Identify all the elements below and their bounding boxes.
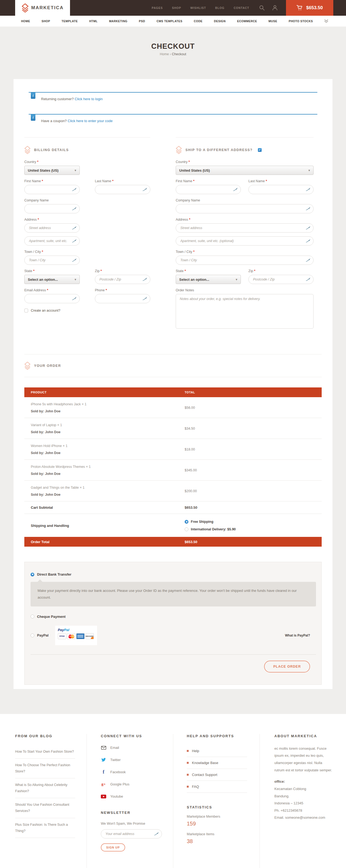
info-icon: i bbox=[31, 93, 35, 99]
billing-zip-label: Zip * bbox=[95, 269, 150, 273]
free-shipping-radio[interactable] bbox=[185, 520, 188, 524]
order-total-value: $653.50 bbox=[185, 540, 322, 544]
select-arrow-icon: ▼ bbox=[74, 169, 77, 172]
shipping-zip-label: Zip * bbox=[248, 269, 314, 273]
billing-country-select[interactable]: United States (US)▼ bbox=[24, 166, 80, 175]
menu-marketing[interactable]: MARKETING bbox=[109, 20, 127, 23]
office-address-line: Bandung. bbox=[274, 793, 333, 800]
cheque-payment-radio[interactable] bbox=[31, 615, 34, 618]
shipping-zip-input[interactable] bbox=[248, 275, 314, 284]
place-order-button[interactable]: PLACE ORDER bbox=[264, 661, 310, 673]
top-nav-contact[interactable]: CONTACT bbox=[234, 6, 249, 9]
menu-template[interactable]: TEMPLATE bbox=[62, 20, 78, 23]
search-icon[interactable] bbox=[259, 5, 265, 11]
create-account-checkbox[interactable] bbox=[24, 309, 28, 312]
breadcrumb-separator: › bbox=[170, 52, 171, 56]
blog-post-link[interactable]: How To Choose The Perfect Fashion Store? bbox=[15, 758, 75, 778]
section-marker-icon bbox=[176, 146, 182, 154]
login-link[interactable]: Click here to login bbox=[75, 97, 102, 101]
shipping-state-select[interactable]: Select an option...▼ bbox=[176, 275, 241, 284]
twitter-link[interactable]: Twitter bbox=[101, 757, 162, 763]
facebook-link[interactable]: f Facebook bbox=[101, 770, 162, 775]
statistics-section: STATISTICS Marketplace Members 159 Marke… bbox=[187, 805, 247, 844]
menu-muse[interactable]: MUSE bbox=[269, 20, 277, 23]
blog-post-link[interactable]: What is So Alluring About Celebrity Fash… bbox=[15, 778, 75, 798]
menu-cms-templates[interactable]: CMS TEMPLATES bbox=[157, 20, 182, 23]
knowledge-base-link[interactable]: Knowladge Base bbox=[187, 757, 247, 769]
your-order-title: YOUR ORDER bbox=[34, 364, 61, 368]
cart-button[interactable]: $653.50 bbox=[286, 0, 333, 16]
shipping-company-input[interactable] bbox=[176, 204, 314, 213]
shipping-last-name-input[interactable] bbox=[248, 185, 314, 194]
product-name: Women Hold iPhone × 1 bbox=[31, 444, 185, 448]
footer-about-title: ABOUT MARKETICA bbox=[274, 734, 333, 738]
menu-psd[interactable]: PSD bbox=[139, 20, 145, 23]
top-nav-shop[interactable]: SHOP bbox=[172, 6, 181, 9]
shipping-address1-input[interactable] bbox=[176, 223, 314, 232]
billing-email-input[interactable] bbox=[24, 294, 80, 303]
footer-connect-column: CONNECT WITH US Email Twitter f Facebook… bbox=[86, 734, 173, 868]
billing-address1-input[interactable] bbox=[24, 223, 80, 232]
product-price: $18.00 bbox=[185, 447, 322, 451]
bank-transfer-radio[interactable] bbox=[31, 572, 34, 577]
billing-state-select[interactable]: Select an option...▼ bbox=[24, 275, 80, 284]
shipping-last-name-label: Last Name * bbox=[248, 179, 314, 183]
shipping-address2-input[interactable] bbox=[176, 236, 314, 246]
amex-card-icon bbox=[76, 633, 84, 639]
footer-connect-title: CONNECT WITH US bbox=[101, 734, 162, 738]
billing-zip-input[interactable] bbox=[95, 275, 150, 284]
help-link[interactable]: Help bbox=[187, 745, 247, 757]
double-chevron-down-icon[interactable] bbox=[324, 20, 328, 23]
blog-post-link[interactable]: Plus Size Fashion: Is There Such a Thing… bbox=[15, 818, 75, 838]
menu-photo-stocks[interactable]: PHOTO STOCKS bbox=[289, 20, 313, 23]
mastercard-card-icon: MasterCard bbox=[67, 633, 75, 639]
billing-last-name-input[interactable] bbox=[95, 185, 150, 194]
top-nav-wishlist[interactable]: WISHLIST bbox=[190, 6, 206, 9]
menu-html[interactable]: HTML bbox=[89, 20, 98, 23]
shipping-company-label: Company Name bbox=[176, 198, 314, 202]
order-notes-textarea[interactable] bbox=[176, 294, 314, 329]
paypal-radio[interactable] bbox=[31, 633, 34, 637]
sign-up-button[interactable]: SIGN UP bbox=[101, 843, 125, 851]
coupon-notice: i Have a coupon? Click here to enter you… bbox=[29, 114, 317, 131]
ship-different-address-checkbox[interactable] bbox=[258, 148, 262, 152]
billing-company-input[interactable] bbox=[24, 204, 80, 213]
page-title: CHECKOUT bbox=[0, 42, 346, 51]
billing-phone-input[interactable] bbox=[95, 294, 150, 303]
menu-shop[interactable]: SHOP bbox=[42, 20, 50, 23]
user-icon[interactable] bbox=[272, 5, 278, 11]
billing-first-name-input[interactable] bbox=[24, 185, 80, 194]
header-icons bbox=[259, 5, 278, 11]
what-is-paypal-link[interactable]: What is PayPal? bbox=[285, 633, 310, 637]
top-header: MARKETICA PAGES SHOP WISHLIST BLOG CONTA… bbox=[0, 0, 346, 16]
shipping-country-select[interactable]: United States (US)▼ bbox=[176, 166, 314, 175]
shipping-town-input[interactable] bbox=[176, 255, 314, 265]
faq-link[interactable]: FAQ bbox=[187, 781, 247, 793]
coupon-link[interactable]: Click here to enter your code bbox=[68, 119, 112, 123]
international-delivery-radio[interactable] bbox=[185, 527, 188, 531]
email-link[interactable]: Email bbox=[101, 745, 162, 750]
paypal-method-row: PayPal PayPal VISA MasterCard DISCOVER W… bbox=[31, 626, 316, 645]
shipping-first-name-input[interactable] bbox=[176, 185, 241, 194]
blog-post-link[interactable]: Should You Use Fashion Consultant Servic… bbox=[15, 798, 75, 818]
order-row: iPhone 5s with Headphones Jack × 1Sold b… bbox=[24, 397, 322, 418]
menu-ecommerce[interactable]: ECOMMERCE bbox=[237, 20, 257, 23]
billing-address2-input[interactable] bbox=[24, 236, 80, 246]
billing-email-label: Email Address * bbox=[24, 288, 80, 292]
blog-post-link[interactable]: How To Start Your Own Fashion Store? bbox=[15, 745, 75, 758]
menu-home[interactable]: HOME bbox=[21, 20, 30, 23]
main-menu: HOME SHOP TEMPLATE HTML MARKETING PSD CM… bbox=[0, 16, 346, 27]
brand-logo[interactable]: MARKETICA bbox=[15, 0, 70, 16]
newsletter-email-input[interactable] bbox=[101, 829, 162, 838]
menu-design[interactable]: DESIGN bbox=[214, 20, 226, 23]
marketplace-items-label: Marketplace Items bbox=[187, 832, 247, 836]
google-plus-link[interactable]: g+ Google Plus bbox=[101, 782, 162, 787]
menu-code[interactable]: CODE bbox=[194, 20, 203, 23]
top-nav-blog[interactable]: BLOG bbox=[215, 6, 224, 9]
top-nav-pages[interactable]: PAGES bbox=[152, 6, 163, 9]
cart-icon bbox=[297, 5, 303, 11]
breadcrumb-home[interactable]: Home bbox=[160, 52, 169, 56]
contact-support-link[interactable]: Contact Support bbox=[187, 769, 247, 781]
billing-town-input[interactable] bbox=[24, 255, 80, 265]
youtube-link[interactable]: Youtube bbox=[101, 794, 162, 799]
